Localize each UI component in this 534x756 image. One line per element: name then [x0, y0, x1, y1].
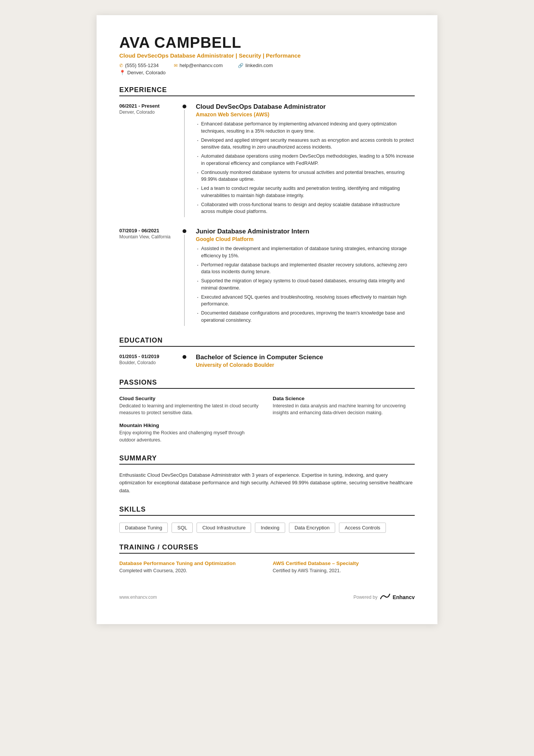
summary-section-title: SUMMARY: [119, 454, 415, 465]
exp-bullet-2-2: Supported the migration of legacy system…: [196, 277, 415, 292]
exp-bullets-2: Assisted in the development and implemen…: [196, 245, 415, 324]
exp-right-2: Junior Database Administrator Intern Goo…: [189, 228, 415, 326]
exp-job-title-2: Junior Database Administrator Intern: [196, 228, 415, 235]
skill-1: SQL: [172, 523, 193, 533]
edu-dot-1: [183, 355, 186, 359]
exp-date-2: 07/2019 - 06/2021: [119, 228, 180, 233]
training-section: TRAINING / COURSES Database Performance …: [119, 543, 415, 574]
training-section-title: TRAINING / COURSES: [119, 543, 415, 554]
exp-bullet-2-0: Assisted in the development and implemen…: [196, 245, 415, 260]
linkedin-contact: 🔗 linkedin.com: [238, 63, 273, 68]
edu-location-1: Boulder, Colorado: [119, 360, 180, 365]
passion-title-2: Mountain Hiking: [119, 423, 261, 428]
email-icon: ✉: [174, 63, 178, 68]
passion-item-1: Data Science Interested in data analysis…: [273, 396, 415, 417]
candidate-title: Cloud DevSecOps Database Administrator |…: [119, 52, 415, 59]
edu-degree-1: Bachelor of Science in Computer Science: [196, 354, 415, 361]
exp-date-1: 06/2021 - Present: [119, 103, 180, 109]
edu-school-1: University of Colorado Boulder: [196, 362, 415, 368]
education-section-title: EDUCATION: [119, 337, 415, 347]
exp-bullet-1-4: Led a team to conduct regular security a…: [196, 185, 415, 199]
exp-line-1: [184, 110, 185, 217]
edu-left-1: 01/2015 - 01/2019 Boulder, Colorado: [119, 354, 180, 368]
skill-5: Access Controls: [339, 523, 386, 533]
footer-website: www.enhancv.com: [119, 595, 157, 600]
skills-section-title: SKILLS: [119, 506, 415, 516]
training-desc-1: Certified by AWS Training, 2021.: [273, 567, 415, 574]
experience-section: EXPERIENCE 06/2021 - Present Denver, Col…: [119, 86, 415, 326]
linkedin-icon: 🔗: [238, 63, 244, 68]
summary-text: Enthusiastic Cloud DevSecOps Database Ad…: [119, 471, 415, 495]
passion-desc-1: Interested in data analysis and machine …: [273, 402, 415, 417]
phone-icon: ✆: [119, 63, 123, 68]
footer: www.enhancv.com Powered by Enhancv: [119, 593, 415, 601]
skill-0: Database Tuning: [119, 523, 168, 533]
header-location: 📍 Denver, Colorado: [119, 70, 415, 75]
training-title-0: Database Performance Tuning and Optimiza…: [119, 560, 261, 566]
passion-item-0: Cloud Security Dedicated to learning and…: [119, 396, 261, 417]
exp-company-1: Amazon Web Services (AWS): [196, 111, 415, 117]
skill-3: Indexing: [255, 523, 285, 533]
passion-item-2: Mountain Hiking Enjoy exploring the Rock…: [119, 423, 261, 444]
location-text: Denver, Colorado: [127, 70, 166, 75]
exp-timeline-2: [180, 228, 189, 326]
exp-bullet-1-3: Continuously monitored database systems …: [196, 169, 415, 183]
footer-brand-name: Enhancv: [393, 594, 415, 600]
email-contact: ✉ help@enhancv.com: [174, 63, 223, 68]
education-item-1: 01/2015 - 01/2019 Boulder, Colorado Bach…: [119, 354, 415, 368]
passions-section-title: PASSIONS: [119, 379, 415, 389]
exp-company-2: Google Cloud Platform: [196, 236, 415, 242]
footer-brand: Powered by Enhancv: [353, 593, 415, 601]
exp-line-2: [184, 235, 185, 326]
location-icon: 📍: [119, 70, 125, 75]
exp-bullet-2-1: Performed regular database backups and i…: [196, 261, 415, 276]
exp-dot-2: [183, 229, 186, 233]
exp-bullet-1-5: Collaborated with cross-functional teams…: [196, 201, 415, 216]
training-title-1: AWS Certified Database – Specialty: [273, 560, 415, 566]
education-section: EDUCATION 01/2015 - 01/2019 Boulder, Col…: [119, 337, 415, 368]
email-address: help@enhancv.com: [180, 63, 223, 68]
edu-right-1: Bachelor of Science in Computer Science …: [189, 354, 415, 368]
footer-logo-icon: [380, 593, 390, 601]
experience-item-2: 07/2019 - 06/2021 Mountain View, Califor…: [119, 228, 415, 326]
passions-section: PASSIONS Cloud Security Dedicated to lea…: [119, 379, 415, 444]
exp-bullet-1-2: Automated database operations using mode…: [196, 153, 415, 167]
exp-bullet-2-4: Documented database configurations and p…: [196, 310, 415, 324]
resume-wrapper: AVA CAMPBELL Cloud DevSecOps Database Ad…: [97, 15, 437, 624]
passion-desc-2: Enjoy exploring the Rockies and challeng…: [119, 429, 261, 444]
edu-date-1: 01/2015 - 01/2019: [119, 354, 180, 359]
exp-job-title-1: Cloud DevSecOps Database Administrator: [196, 103, 415, 111]
footer-powered-by: Powered by: [353, 595, 377, 600]
header-contacts: ✆ (555) 555-1234 ✉ help@enhancv.com 🔗 li…: [119, 63, 415, 68]
experience-item-1: 06/2021 - Present Denver, Colorado Cloud…: [119, 103, 415, 217]
training-desc-0: Completed with Coursera, 2020.: [119, 567, 261, 574]
linkedin-url: linkedin.com: [245, 63, 273, 68]
exp-left-1: 06/2021 - Present Denver, Colorado: [119, 103, 180, 217]
experience-section-title: EXPERIENCE: [119, 86, 415, 96]
training-item-0: Database Performance Tuning and Optimiza…: [119, 560, 261, 574]
phone-contact: ✆ (555) 555-1234: [119, 63, 159, 68]
training-grid: Database Performance Tuning and Optimiza…: [119, 560, 415, 574]
passion-desc-0: Dedicated to learning and implementing t…: [119, 402, 261, 417]
exp-left-2: 07/2019 - 06/2021 Mountain View, Califor…: [119, 228, 180, 326]
exp-right-1: Cloud DevSecOps Database Administrator A…: [189, 103, 415, 217]
exp-bullets-1: Enhanced database performance by impleme…: [196, 121, 415, 215]
passion-title-0: Cloud Security: [119, 396, 261, 401]
exp-location-1: Denver, Colorado: [119, 110, 180, 115]
skill-2: Cloud Infrastructure: [197, 523, 251, 533]
header: AVA CAMPBELL Cloud DevSecOps Database Ad…: [119, 34, 415, 75]
edu-timeline-1: [180, 354, 189, 368]
summary-section: SUMMARY Enthusiastic Cloud DevSecOps Dat…: [119, 454, 415, 495]
exp-bullet-1-0: Enhanced database performance by impleme…: [196, 121, 415, 135]
candidate-name: AVA CAMPBELL: [119, 34, 415, 51]
exp-bullet-2-3: Executed advanced SQL queries and troubl…: [196, 294, 415, 308]
skill-4: Data Encryption: [289, 523, 336, 533]
skills-section: SKILLS Database Tuning SQL Cloud Infrast…: [119, 506, 415, 533]
exp-timeline-1: [180, 103, 189, 217]
skills-row: Database Tuning SQL Cloud Infrastructure…: [119, 523, 415, 533]
passions-grid: Cloud Security Dedicated to learning and…: [119, 396, 415, 444]
training-item-1: AWS Certified Database – Specialty Certi…: [273, 560, 415, 574]
exp-location-2: Mountain View, California: [119, 234, 180, 239]
passion-title-1: Data Science: [273, 396, 415, 401]
exp-dot-1: [183, 105, 186, 108]
